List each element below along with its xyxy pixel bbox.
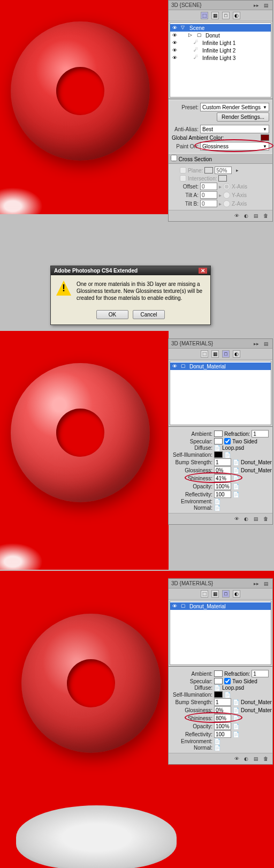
tab-scene-icon[interactable]: ⬚ <box>201 590 208 598</box>
visibility-icon[interactable]: 👁 <box>172 33 179 38</box>
tree-row-material[interactable]: 👁 ▢ Donut_Material <box>170 363 271 370</box>
canvas-2[interactable] <box>0 331 169 570</box>
cross-section-check[interactable] <box>171 155 177 161</box>
toggle-icon[interactable]: 👁 <box>233 755 240 763</box>
file-icon[interactable]: 📄 <box>233 731 239 737</box>
bump-input[interactable] <box>214 698 231 706</box>
tab-scene-icon[interactable]: ⬚ <box>201 12 208 19</box>
bump-input[interactable] <box>214 458 231 466</box>
paint-on-combo[interactable]: Glossiness▼ <box>200 142 269 150</box>
toggle-icon[interactable]: 👁 <box>233 212 240 220</box>
collapse-icon[interactable]: ▸▸ <box>253 340 260 348</box>
collapse-icon[interactable]: ▸▸ <box>253 2 260 9</box>
cross-section-header[interactable]: Cross Section <box>169 153 272 164</box>
panel-header[interactable]: 3D {MATERIALS} ▸▸ ▤ <box>169 579 272 588</box>
cancel-button[interactable]: Cancel <box>133 310 165 319</box>
specular-swatch[interactable] <box>214 678 223 684</box>
visibility-icon[interactable]: 👁 <box>172 25 179 31</box>
menu-icon[interactable]: ▤ <box>262 2 270 9</box>
file-icon[interactable]: 📄 <box>214 499 220 504</box>
file-icon[interactable]: 📄 <box>233 707 239 713</box>
tab-materials-icon[interactable]: □ <box>222 350 230 358</box>
global-ambient-swatch[interactable] <box>261 134 269 141</box>
panel-header[interactable]: 3D {SCENE} ▸▸ ▤ <box>169 1 272 10</box>
two-sided-check[interactable] <box>224 438 231 444</box>
expand-icon[interactable]: ▷ <box>188 32 195 39</box>
visibility-icon[interactable]: 👁 <box>172 364 179 369</box>
menu-icon[interactable]: ▤ <box>262 580 270 587</box>
tab-materials-icon[interactable]: □ <box>222 590 230 598</box>
file-icon[interactable]: 📄 <box>233 484 239 489</box>
expand-icon[interactable]: ▽ <box>181 25 187 31</box>
menu-icon[interactable]: ▤ <box>262 340 270 348</box>
file-icon[interactable]: 📄 <box>214 685 220 691</box>
shininess-input[interactable] <box>214 714 231 722</box>
file-icon[interactable]: 📄 <box>224 692 231 698</box>
ok-button[interactable]: OK <box>96 310 128 319</box>
tree-row-light1[interactable]: 👁 ☄ Infinite Light 1 <box>170 39 271 47</box>
tab-mesh-icon[interactable]: ▦ <box>211 350 219 358</box>
visibility-icon[interactable]: 👁 <box>172 603 179 609</box>
refraction-input[interactable] <box>252 670 269 677</box>
tab-mesh-icon[interactable]: ▦ <box>211 12 219 19</box>
dialog-titlebar[interactable]: Adobe Photoshop CS4 Extended ✕ <box>51 266 210 275</box>
visibility-icon[interactable]: 👁 <box>172 48 179 53</box>
tab-materials-icon[interactable]: □ <box>222 12 230 19</box>
new-icon[interactable]: ▤ <box>252 755 260 763</box>
file-icon[interactable]: 📄 <box>214 745 220 751</box>
file-icon[interactable]: 📄 <box>214 738 220 744</box>
close-icon[interactable]: ✕ <box>199 268 207 274</box>
shininess-input[interactable] <box>214 474 231 482</box>
render-settings-button[interactable]: Render Settings... <box>217 112 269 122</box>
file-icon[interactable]: 📄 <box>233 492 239 497</box>
delete-icon[interactable]: 🗑 <box>262 515 269 523</box>
canvas-1[interactable] <box>0 0 169 214</box>
opacity-input[interactable] <box>214 482 231 490</box>
two-sided-check[interactable] <box>224 678 231 684</box>
refraction-input[interactable] <box>252 430 269 437</box>
reflectivity-input[interactable] <box>214 730 231 738</box>
file-icon[interactable]: 📄 <box>224 452 231 458</box>
file-icon[interactable]: 📄 <box>233 459 239 465</box>
tree-row-light2[interactable]: 👁 ☄ Infinite Light 2 <box>170 47 271 54</box>
preset-combo[interactable]: Custom Render Settings▼ <box>200 103 269 111</box>
self-illum-swatch[interactable] <box>214 691 223 698</box>
tab-mesh-icon[interactable]: ▦ <box>211 590 219 598</box>
visibility-icon[interactable]: 👁 <box>172 40 179 46</box>
file-icon[interactable]: 📄 <box>233 467 239 473</box>
tab-lights-icon[interactable]: ◐ <box>233 590 240 598</box>
reflectivity-input[interactable] <box>214 490 231 498</box>
new-icon[interactable]: ▤ <box>252 212 260 220</box>
tree-row-material[interactable]: 👁 ▢ Donut_Material <box>170 602 271 610</box>
tree-row-donut[interactable]: 👁 ▷ ▢ Donut <box>170 32 271 39</box>
glossiness-input[interactable] <box>214 466 231 474</box>
delete-icon[interactable]: 🗑 <box>262 212 269 220</box>
file-icon[interactable]: 📄 <box>233 723 239 729</box>
tree-row-light3[interactable]: 👁 ☄ Infinite Light 3 <box>170 54 271 62</box>
new-icon[interactable]: ▤ <box>252 515 260 523</box>
glossiness-input[interactable] <box>214 706 231 714</box>
file-icon[interactable]: 📄 <box>233 699 239 705</box>
tab-lights-icon[interactable]: ◐ <box>233 350 240 358</box>
antialias-combo[interactable]: Best▼ <box>200 125 269 133</box>
delete-icon[interactable]: 🗑 <box>262 755 269 763</box>
file-icon[interactable]: 📄 <box>214 445 220 451</box>
ambient-swatch[interactable] <box>214 431 223 437</box>
tab-lights-icon[interactable]: ◐ <box>233 12 240 19</box>
file-icon[interactable]: 📄 <box>233 475 239 481</box>
light-toggle-icon[interactable]: ◐ <box>242 515 250 523</box>
specular-swatch[interactable] <box>214 438 223 444</box>
visibility-icon[interactable]: 👁 <box>172 55 179 61</box>
file-icon[interactable]: 📄 <box>214 505 220 511</box>
tree-row-scene[interactable]: 👁 ▽ Scene <box>170 24 271 32</box>
file-icon[interactable]: 📄 <box>233 715 239 721</box>
toggle-icon[interactable]: 👁 <box>233 515 240 523</box>
ambient-swatch[interactable] <box>214 670 223 677</box>
self-illum-swatch[interactable] <box>214 451 223 458</box>
collapse-icon[interactable]: ▸▸ <box>253 580 260 587</box>
opacity-input[interactable] <box>214 722 231 730</box>
tab-scene-icon[interactable]: ⬚ <box>201 350 208 358</box>
panel-header[interactable]: 3D {MATERIALS} ▸▸ ▤ <box>169 339 272 349</box>
light-toggle-icon[interactable]: ◐ <box>242 755 250 763</box>
light-toggle-icon[interactable]: ◐ <box>242 212 250 220</box>
